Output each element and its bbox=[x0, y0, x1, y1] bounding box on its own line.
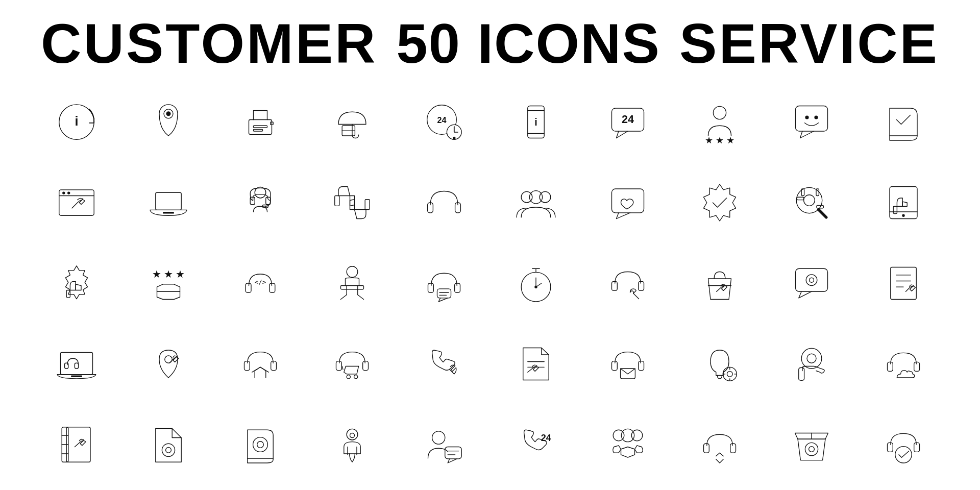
svg-rect-44 bbox=[612, 189, 644, 213]
svg-point-85 bbox=[165, 356, 172, 363]
24h-clock-icon: 24 bbox=[398, 82, 490, 162]
thumbup-thumbdown-icon bbox=[306, 162, 398, 243]
svg-rect-38 bbox=[365, 200, 370, 210]
headset-person-icon bbox=[214, 162, 306, 243]
svg-rect-127 bbox=[704, 444, 709, 453]
mobile-info-icon: i bbox=[490, 82, 582, 162]
svg-point-134 bbox=[895, 447, 912, 463]
svg-rect-65 bbox=[437, 289, 451, 298]
svg-rect-82 bbox=[71, 376, 82, 378]
svg-point-30 bbox=[67, 191, 70, 194]
person-chat-icon bbox=[398, 404, 490, 485]
svg-rect-105 bbox=[888, 362, 893, 371]
svg-rect-5 bbox=[254, 126, 267, 128]
svg-point-117 bbox=[347, 429, 358, 440]
svg-rect-59 bbox=[270, 283, 275, 292]
headset-check-icon bbox=[857, 404, 949, 485]
svg-rect-54 bbox=[893, 206, 897, 213]
document-wrench-icon bbox=[490, 324, 582, 404]
svg-line-72 bbox=[633, 293, 639, 299]
svg-rect-74 bbox=[796, 268, 828, 291]
svg-point-115 bbox=[253, 437, 268, 452]
svg-rect-71 bbox=[639, 281, 644, 290]
svg-point-14 bbox=[453, 137, 455, 139]
document-gear-icon bbox=[122, 404, 214, 485]
svg-rect-86 bbox=[244, 361, 250, 371]
svg-rect-31 bbox=[156, 192, 181, 210]
team-icon bbox=[490, 162, 582, 243]
header-right: SERVICE bbox=[679, 15, 939, 71]
svg-point-98 bbox=[727, 371, 732, 377]
svg-rect-63 bbox=[428, 283, 434, 292]
checklist-wrench-icon bbox=[857, 243, 949, 324]
headset-chat-icon bbox=[398, 243, 490, 324]
svg-point-131 bbox=[809, 447, 815, 452]
svg-rect-94 bbox=[612, 361, 618, 371]
headset-arrows-icon bbox=[674, 404, 766, 485]
svg-rect-120 bbox=[445, 447, 461, 459]
svg-rect-88 bbox=[336, 361, 342, 371]
svg-point-24 bbox=[805, 115, 808, 119]
bag-wrench-icon bbox=[674, 243, 766, 324]
svg-point-3 bbox=[166, 111, 171, 116]
svg-point-43 bbox=[529, 191, 542, 204]
svg-text:★ ★ ★: ★ ★ ★ bbox=[152, 268, 185, 280]
phone-24-icon: 24 bbox=[490, 404, 582, 485]
chat-like-icon bbox=[582, 162, 674, 243]
info-refresh-icon: i bbox=[31, 82, 122, 162]
book-check-icon bbox=[857, 82, 949, 162]
svg-rect-87 bbox=[271, 361, 277, 371]
svg-point-91 bbox=[354, 375, 358, 379]
svg-rect-107 bbox=[66, 427, 90, 462]
svg-rect-84 bbox=[75, 363, 78, 369]
person-gear-location-icon bbox=[306, 404, 398, 485]
svg-point-126 bbox=[621, 429, 634, 442]
svg-point-53 bbox=[902, 214, 904, 217]
svg-point-119 bbox=[432, 431, 445, 444]
head-gear-icon bbox=[674, 324, 766, 404]
svg-rect-58 bbox=[246, 283, 251, 292]
umbrella-box-icon bbox=[306, 82, 398, 162]
gear-thumbup-icon bbox=[31, 243, 122, 324]
phone-wrench-icon bbox=[398, 324, 490, 404]
header-left: CUSTOMER bbox=[41, 15, 377, 71]
icons-grid: i bbox=[0, 77, 980, 490]
chat-smile-icon bbox=[766, 82, 857, 162]
svg-rect-106 bbox=[914, 362, 920, 371]
svg-rect-132 bbox=[888, 443, 893, 452]
svg-point-29 bbox=[62, 191, 65, 194]
svg-rect-6 bbox=[254, 129, 263, 131]
svg-rect-128 bbox=[730, 444, 736, 453]
svg-rect-37 bbox=[335, 196, 339, 206]
printer-icon bbox=[214, 82, 306, 162]
browser-wrench-icon bbox=[31, 162, 122, 243]
desk-person-icon bbox=[306, 243, 398, 324]
svg-text:i: i bbox=[75, 114, 79, 128]
svg-text:24: 24 bbox=[437, 115, 446, 125]
svg-point-118 bbox=[350, 433, 355, 438]
team-hands-icon bbox=[582, 404, 674, 485]
svg-rect-32 bbox=[163, 212, 174, 214]
svg-rect-64 bbox=[455, 283, 460, 292]
code-headset-icon: </> bbox=[214, 243, 306, 324]
svg-rect-70 bbox=[612, 281, 618, 290]
stars-hand-icon: ★ ★ ★ bbox=[122, 243, 214, 324]
svg-point-103 bbox=[801, 348, 822, 369]
svg-point-75 bbox=[806, 275, 817, 286]
svg-rect-133 bbox=[914, 443, 920, 452]
laptop-icon bbox=[122, 162, 214, 243]
svg-point-61 bbox=[347, 266, 358, 278]
svg-text:i: i bbox=[534, 116, 537, 128]
badge-check-icon bbox=[674, 162, 766, 243]
svg-point-130 bbox=[805, 443, 818, 455]
svg-rect-49 bbox=[797, 197, 804, 200]
headset-home-icon bbox=[214, 324, 306, 404]
svg-text:24: 24 bbox=[541, 433, 551, 443]
gear-wrench-icon bbox=[766, 162, 857, 243]
stopwatch-icon bbox=[490, 243, 582, 324]
headset-cloud-icon bbox=[857, 324, 949, 404]
tablet-thumbup-icon bbox=[857, 162, 949, 243]
headset-cart-icon bbox=[306, 324, 398, 404]
svg-point-21 bbox=[713, 106, 726, 119]
laptop-headset-icon bbox=[31, 324, 122, 404]
